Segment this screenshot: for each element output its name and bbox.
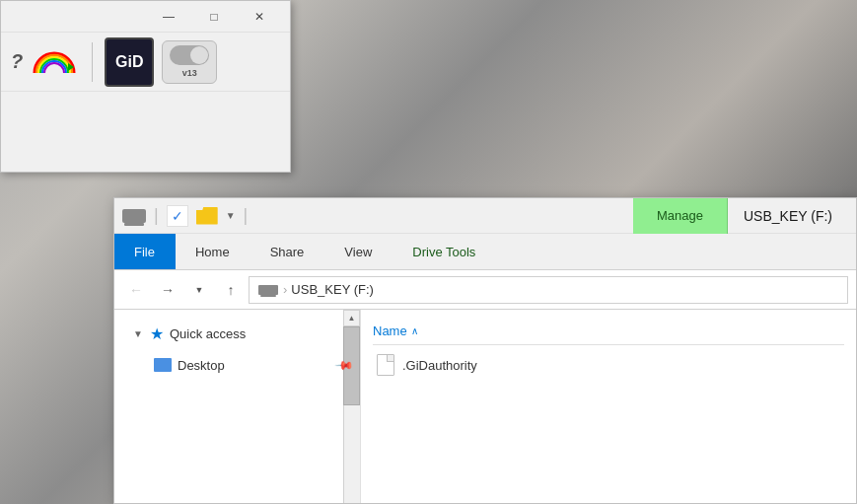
tab-share[interactable]: Share bbox=[250, 234, 325, 269]
right-panel: Name ∧ .GiDauthority bbox=[361, 310, 856, 503]
drive-shape bbox=[122, 209, 146, 223]
table-row[interactable]: .GiDauthority bbox=[373, 349, 844, 381]
back-button[interactable]: ← bbox=[122, 276, 150, 304]
version-toggle-icon[interactable]: v13 bbox=[162, 40, 217, 84]
address-path[interactable]: › USB_KEY (F:) bbox=[249, 276, 848, 304]
explorer-window: | ✓ ▼ | Manage USB_KEY (F:) File Home Sh… bbox=[113, 197, 857, 504]
ribbon-tabs: File Home Share View Drive Tools bbox=[114, 234, 856, 269]
column-header: Name ∧ bbox=[373, 318, 844, 345]
ribbon-separator-1: | bbox=[154, 205, 159, 226]
path-arrow: › bbox=[283, 282, 287, 297]
svg-rect-1 bbox=[258, 285, 278, 295]
svg-rect-2 bbox=[260, 295, 276, 297]
up-button[interactable]: ↑ bbox=[217, 276, 245, 304]
file-icon bbox=[377, 354, 394, 376]
manage-tab-area: Manage USB_KEY (F:) bbox=[633, 198, 848, 234]
small-window: — □ ✕ ? bbox=[0, 0, 291, 173]
ribbon: | ✓ ▼ | Manage USB_KEY (F:) File Home Sh… bbox=[114, 198, 856, 270]
scrollbar-up-button[interactable]: ▲ bbox=[343, 310, 360, 326]
desktop-label: Desktop bbox=[178, 358, 225, 373]
dropdown-button[interactable]: ▼ bbox=[185, 276, 213, 304]
small-window-toolbar: ? GiD bbox=[1, 33, 290, 92]
rainbow-svg bbox=[31, 45, 80, 79]
tree-item-quick-access[interactable]: ▼ ★ Quick access bbox=[114, 318, 360, 349]
path-drive-icon bbox=[257, 282, 279, 298]
content-area: ▲ ▼ ★ Quick access Desktop 📌 Name bbox=[114, 310, 856, 503]
file-name: .GiDauthority bbox=[402, 358, 477, 373]
quick-access-star-icon: ★ bbox=[150, 324, 164, 343]
ribbon-separator-2: | bbox=[244, 205, 249, 226]
expand-icon: ▼ bbox=[130, 325, 146, 341]
ribbon-top-row: | ✓ ▼ | Manage USB_KEY (F:) bbox=[114, 198, 856, 234]
sort-arrow-icon: ∧ bbox=[411, 325, 418, 336]
usb-key-title: USB_KEY (F:) bbox=[728, 198, 848, 234]
scrollbar-track bbox=[343, 326, 360, 503]
tree-item-desktop[interactable]: Desktop 📌 bbox=[114, 349, 360, 381]
desktop-folder-icon bbox=[154, 358, 172, 372]
maximize-button[interactable]: □ bbox=[191, 1, 237, 33]
minimize-button[interactable]: — bbox=[146, 1, 191, 33]
toggle-switch bbox=[170, 45, 209, 65]
tab-home[interactable]: Home bbox=[176, 234, 250, 269]
drive-icon bbox=[122, 208, 146, 224]
manage-tab[interactable]: Manage bbox=[633, 198, 728, 234]
help-icon: ? bbox=[11, 50, 23, 73]
small-window-titlebar: — □ ✕ bbox=[1, 1, 290, 33]
check-icon[interactable]: ✓ bbox=[167, 205, 188, 227]
left-panel: ▲ ▼ ★ Quick access Desktop 📌 bbox=[114, 310, 361, 503]
forward-button[interactable]: → bbox=[154, 276, 181, 304]
address-bar: ← → ▼ ↑ › USB_KEY (F:) bbox=[114, 270, 856, 310]
folder-icon[interactable] bbox=[196, 207, 218, 225]
address-path-text: USB_KEY (F:) bbox=[291, 282, 374, 297]
version-label: v13 bbox=[182, 68, 197, 78]
tab-view[interactable]: View bbox=[324, 234, 393, 269]
tab-file[interactable]: File bbox=[114, 234, 176, 269]
quick-access-label: Quick access bbox=[170, 326, 246, 341]
close-button[interactable]: ✕ bbox=[237, 1, 282, 33]
gid-icon[interactable]: GiD bbox=[105, 37, 154, 87]
tab-drive-tools[interactable]: Drive Tools bbox=[393, 234, 495, 269]
toolbar-divider bbox=[92, 42, 93, 82]
toggle-knob bbox=[190, 46, 208, 64]
rainbow-arrow-icon[interactable] bbox=[31, 45, 80, 79]
name-column-header[interactable]: Name ∧ bbox=[373, 324, 418, 338]
ribbon-dropdown-icon[interactable]: ▼ bbox=[226, 210, 236, 221]
